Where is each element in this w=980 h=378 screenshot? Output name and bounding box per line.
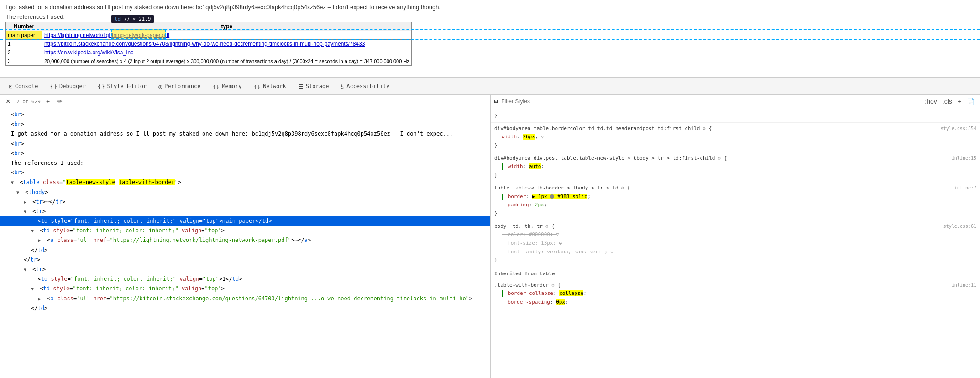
inherited-from-label: Inherited from table bbox=[491, 267, 980, 279]
html-line: <br> bbox=[0, 120, 490, 129]
add-rule-button[interactable]: + bbox=[956, 97, 963, 106]
html-line-close-td: </td> bbox=[0, 246, 490, 255]
style-editor-icon: {} bbox=[98, 83, 105, 90]
tooltip-dimensions: 77 × 21.9 bbox=[124, 16, 151, 22]
style-prop-border-collapse: border-collapse: collapse; bbox=[494, 289, 976, 298]
style-selector-5: .table-with-border ⚙ inline:11 { bbox=[494, 281, 976, 290]
table-cell-num: 1 bbox=[6, 40, 42, 48]
style-closing-brace-3: } bbox=[494, 210, 976, 218]
tab-storage-label: Storage bbox=[306, 83, 329, 89]
search-close-button[interactable]: ✕ bbox=[4, 97, 13, 106]
settings-icon-2[interactable]: ⚙ bbox=[718, 156, 721, 161]
tab-network-label: Network bbox=[263, 83, 286, 89]
collapse-arrow[interactable]: ▼ bbox=[31, 227, 37, 235]
tab-memory[interactable]: ↑↓ Memory bbox=[207, 80, 247, 93]
html-line-td-1[interactable]: <td style="font: inherit; color: inherit… bbox=[0, 274, 490, 284]
performance-icon: ◎ bbox=[158, 83, 162, 90]
devtools-main: ✕ 2 of 629 + ✏ <br> <br> I got asked for… bbox=[0, 95, 980, 378]
styles-content[interactable]: } div#bodyarea table.bordercolor td td.t… bbox=[491, 108, 980, 378]
filter-icon-color: ▽ bbox=[556, 232, 559, 237]
element-highlight-box bbox=[111, 29, 166, 39]
filter-icon-size: ▽ bbox=[559, 241, 562, 246]
style-selector-4: body, td, th, tr ⚙ style.css:61 { bbox=[494, 222, 976, 231]
tab-style-editor[interactable]: {} Style Editor bbox=[92, 80, 152, 93]
html-line-tbody[interactable]: ▼ <tbody> bbox=[0, 188, 490, 197]
settings-icon-3[interactable]: ⚙ bbox=[621, 185, 624, 190]
search-edit-button[interactable]: ✏ bbox=[55, 97, 64, 106]
debugger-icon: {} bbox=[50, 83, 57, 90]
table-row: 2 https://en.wikipedia.org/wiki/Visa_Inc bbox=[6, 48, 412, 57]
hov-button[interactable]: :hov bbox=[923, 97, 938, 106]
funnel-icon-1: ▽ bbox=[541, 134, 544, 139]
style-prop-width1: width: 26px; ▽ bbox=[494, 133, 976, 142]
tab-performance[interactable]: ◎ Performance bbox=[153, 80, 206, 93]
styles-panel: ⊡ :hov .cls + 📄 } div#bodyarea table.bor… bbox=[491, 95, 980, 378]
style-prop-border-spacing: border-spacing: 0px; bbox=[494, 298, 976, 307]
collapse-arrow[interactable]: ▼ bbox=[31, 285, 37, 293]
filter-styles-input[interactable] bbox=[501, 98, 919, 105]
html-content[interactable]: <br> <br> I got asked for a donation add… bbox=[0, 108, 490, 378]
expand-arrow[interactable]: ▶ bbox=[24, 199, 29, 206]
html-line-tr[interactable]: ▼ <tr> bbox=[0, 207, 490, 216]
style-prop-fontsize: font-size: 13px; ▽ bbox=[494, 239, 976, 248]
tab-debugger[interactable]: {} Debugger bbox=[44, 80, 91, 93]
style-selector-1: div#bodyarea table.bordercolor td td.td_… bbox=[494, 125, 976, 133]
webpage-line1: I got asked for a donation address so I'… bbox=[5, 4, 440, 10]
html-search-bar: ✕ 2 of 629 + ✏ bbox=[0, 95, 490, 108]
expand-arrow[interactable]: ▶ bbox=[38, 237, 44, 244]
tab-accessibility-label: Accessibility bbox=[346, 83, 389, 89]
html-line-tr-collapsed[interactable]: ▶ <tr>⋯</tr> bbox=[0, 197, 490, 207]
collapse-arrow[interactable]: ▼ bbox=[16, 189, 22, 196]
devtools-toolbar: ⊡ Console {} Debugger {} Style Editor ◎ … bbox=[0, 78, 980, 95]
html-line: The references I used: bbox=[0, 158, 490, 168]
style-prop-width2: width: auto; bbox=[494, 163, 976, 171]
collapse-arrow[interactable]: ▼ bbox=[24, 208, 29, 215]
search-count: 2 of 629 bbox=[16, 99, 41, 105]
collapse-arrow[interactable]: ▼ bbox=[24, 266, 29, 273]
tab-console[interactable]: ⊡ Console bbox=[4, 80, 43, 93]
html-line-td3[interactable]: ▼ <td style="font: inherit; color: inher… bbox=[0, 284, 490, 294]
tab-accessibility[interactable]: ♿ Accessibility bbox=[335, 80, 395, 93]
html-line: <br> bbox=[0, 168, 490, 178]
tab-network[interactable]: ↑↓ Network bbox=[248, 80, 292, 93]
html-panel: ✕ 2 of 629 + ✏ <br> <br> I got asked for… bbox=[0, 95, 491, 378]
styles-header: ⊡ :hov .cls + 📄 bbox=[491, 95, 980, 108]
tab-storage[interactable]: ☰ Storage bbox=[293, 80, 335, 93]
references-table: Number type main paper https://lightning… bbox=[5, 22, 412, 66]
settings-icon-1[interactable]: ⚙ bbox=[703, 126, 706, 131]
search-add-button[interactable]: + bbox=[44, 97, 52, 106]
table-cell-num: 2 bbox=[6, 48, 42, 57]
html-line-table[interactable]: ▼ <table class="table-new-style table-wi… bbox=[0, 178, 490, 187]
style-selector-3: table.table-with-border > tbody > tr > t… bbox=[494, 184, 976, 193]
html-line-tr2[interactable]: ▼ <tr> bbox=[0, 265, 490, 274]
filter-icon: ⊡ bbox=[494, 98, 498, 105]
style-rule-0: } bbox=[491, 110, 980, 123]
settings-icon-5[interactable]: ⚙ bbox=[552, 283, 555, 288]
table-cell-num: 3 bbox=[6, 57, 42, 66]
memory-icon: ↑↓ bbox=[213, 83, 220, 90]
collapse-arrow[interactable]: ▼ bbox=[11, 179, 16, 186]
tab-memory-label: Memory bbox=[222, 83, 241, 89]
storage-icon: ☰ bbox=[298, 83, 304, 90]
html-line-a2[interactable]: ▶ <a class="ul" href="https://bitcoin.st… bbox=[0, 294, 490, 304]
html-line-a[interactable]: ▶ <a class="ul" href="https://lightning.… bbox=[0, 236, 490, 245]
style-rule-5: .table-with-border ⚙ inline:11 { border-… bbox=[491, 279, 980, 309]
style-source-5: inline:11 bbox=[952, 281, 976, 289]
console-icon: ⊡ bbox=[9, 83, 13, 90]
html-line-td-selected[interactable]: <td style="font: inherit; color: inherit… bbox=[0, 216, 490, 226]
copy-button[interactable]: 📄 bbox=[965, 97, 976, 106]
cls-button[interactable]: .cls bbox=[941, 97, 954, 106]
expand-arrow[interactable]: ▶ bbox=[38, 295, 44, 303]
accessibility-icon: ♿ bbox=[341, 83, 344, 90]
html-line-td2[interactable]: ▼ <td style="font: inherit; color: inher… bbox=[0, 226, 490, 236]
webpage-area: td 77 × 21.9 I got asked for a donation … bbox=[0, 0, 980, 78]
style-prop-padding: padding: 2px; bbox=[494, 201, 976, 210]
table-row: main paper https://lightning.network/lig… bbox=[6, 31, 412, 40]
tab-style-editor-label: Style Editor bbox=[107, 83, 147, 89]
settings-icon-4[interactable]: ⚙ bbox=[546, 224, 549, 229]
style-source-2: inline:15 bbox=[952, 154, 976, 162]
styles-header-buttons: :hov .cls + 📄 bbox=[923, 97, 976, 106]
style-selector-2: div#bodyarea div.post table.table-new-st… bbox=[494, 154, 976, 163]
style-source-1: style.css:554 bbox=[941, 125, 976, 132]
tab-performance-label: Performance bbox=[164, 83, 200, 89]
